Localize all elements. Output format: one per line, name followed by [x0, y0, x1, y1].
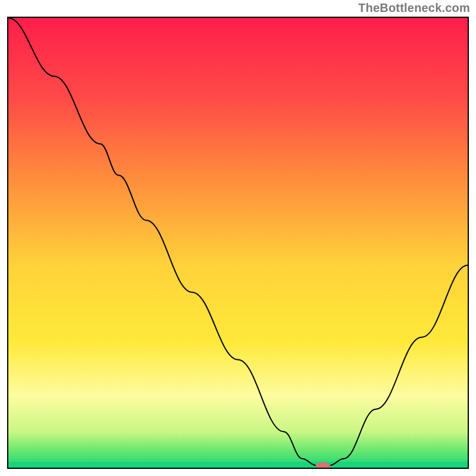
attribution-label: TheBottleneck.com — [358, 1, 470, 15]
chart-plot-area — [7, 17, 469, 469]
bottleneck-curve — [8, 18, 468, 465]
baseline-strip — [8, 462, 468, 468]
chart-svg — [8, 18, 468, 468]
